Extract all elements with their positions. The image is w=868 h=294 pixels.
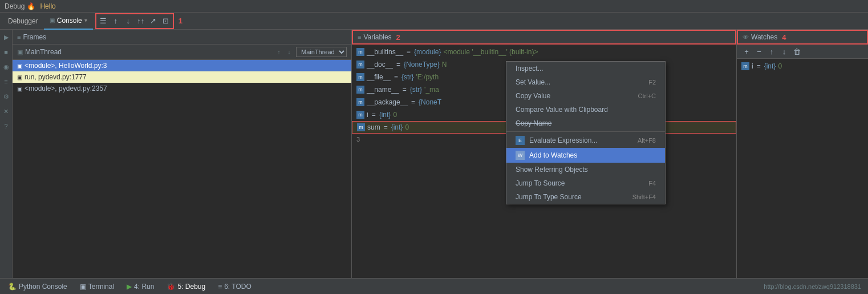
watch-up-btn[interactable]: ↑ bbox=[766, 46, 777, 57]
bottom-tab-todo[interactable]: ≡ 6: TODO bbox=[212, 279, 257, 295]
ctx-compare-clipboard[interactable]: Compare Value with Clipboard bbox=[506, 103, 665, 116]
side-force-run[interactable]: ✕ bbox=[1, 106, 11, 116]
bottom-tab-python-console[interactable]: 🐍 Python Console bbox=[2, 279, 73, 295]
frames-panel: ≡ Frames ▣ MainThread ↑ ↓ MainThread bbox=[13, 30, 352, 278]
side-resume[interactable]: ▶ bbox=[1, 32, 11, 42]
ctx-set-value[interactable]: Set Value... F2 bbox=[506, 75, 665, 89]
frame-item[interactable]: ▣ run, pydevd.py:1777 bbox=[13, 71, 351, 83]
tab-bar: Debugger ▣ Console ▾ ☰ ↑ ↓ ↑↑ ↗ ⊡ 1 bbox=[0, 13, 868, 30]
terminal-label: Terminal bbox=[88, 283, 114, 291]
python-console-label: Python Console bbox=[19, 283, 67, 291]
side-help[interactable]: ? bbox=[1, 121, 11, 131]
title-bar: Debug 🔥 Hello bbox=[0, 0, 868, 13]
side-stop[interactable]: ■ bbox=[1, 47, 11, 57]
status-url: http://blog.csdn.net/zwq912318831 bbox=[764, 283, 866, 290]
ctx-show-referring[interactable]: Show Referring Objects bbox=[506, 163, 665, 176]
watches-title: Watches bbox=[751, 33, 777, 41]
frame-normal-label: <module>, pydevd.py:2357 bbox=[25, 84, 107, 92]
bottom-tab-debug[interactable]: 🐞 5: Debug bbox=[161, 279, 211, 295]
thread-down[interactable]: ↓ bbox=[285, 47, 294, 57]
frames-title: Frames bbox=[23, 33, 46, 41]
debugger-label: Debugger bbox=[8, 17, 38, 25]
frame-active-icon: ▣ bbox=[17, 63, 22, 69]
ctx-jump-type-source[interactable]: Jump To Type Source Shift+F4 bbox=[506, 190, 665, 204]
watch-add-btn[interactable]: + bbox=[741, 46, 752, 57]
ctx-copy-value[interactable]: Copy Value Ctrl+C bbox=[506, 89, 665, 103]
title-debug: Debug bbox=[5, 2, 25, 10]
frame-secondary-icon: ▣ bbox=[17, 74, 22, 80]
content-area: ▶ ■ ◉ ≡ ⚙ ✕ ? ≡ Frames ▣ MainThread ↑ ↓ bbox=[0, 30, 868, 278]
title-hello: Hello bbox=[40, 2, 55, 10]
var-name: __builtins__ bbox=[367, 48, 403, 56]
variables-title: Variables bbox=[363, 33, 391, 41]
thread-dropdown[interactable]: MainThread bbox=[296, 47, 347, 57]
thread-up[interactable]: ↑ bbox=[274, 47, 283, 57]
tab-console[interactable]: ▣ Console ▾ bbox=[44, 13, 93, 30]
var-icon: m bbox=[356, 48, 364, 56]
toolbar-btn-step-over[interactable]: ↑ bbox=[110, 15, 121, 27]
thread-controls: ↑ ↓ bbox=[274, 47, 294, 57]
var-item[interactable]: m __builtins__ = {module} <module '__bui… bbox=[352, 46, 736, 58]
watch-item[interactable]: m i = {int} 0 bbox=[741, 61, 863, 71]
side-icons: ▶ ■ ◉ ≡ ⚙ ✕ ? bbox=[0, 30, 13, 278]
debug-label: 5: Debug bbox=[177, 283, 205, 291]
frame-item[interactable]: ▣ <module>, HelloWorld.py:3 bbox=[13, 60, 351, 71]
evaluate-icon: E bbox=[516, 136, 525, 145]
frame-active-label: <module>, HelloWorld.py:3 bbox=[25, 62, 107, 70]
vars-icon: ≡ bbox=[358, 34, 361, 41]
watches-content: m i = {int} 0 bbox=[737, 59, 868, 278]
python-console-icon: 🐍 bbox=[8, 283, 17, 291]
var-icon: m bbox=[356, 73, 364, 81]
watches-header: 👁 Watches 4 bbox=[737, 30, 868, 45]
toolbar-btn-run-to-cursor[interactable]: ↗ bbox=[148, 15, 159, 27]
toolbar-btn-frames[interactable]: ☰ bbox=[98, 15, 109, 27]
var-icon: m bbox=[356, 86, 364, 94]
toolbar-btn-settings[interactable]: ⊡ bbox=[160, 15, 172, 27]
var-icon: m bbox=[356, 61, 364, 69]
side-settings2[interactable]: ⚙ bbox=[1, 91, 11, 102]
frame-secondary-label: run, pydevd.py:1777 bbox=[25, 73, 87, 81]
side-show-frames[interactable]: ≡ bbox=[1, 76, 11, 87]
frames-content: ▣ MainThread ↑ ↓ MainThread ▣ <module>, … bbox=[13, 45, 351, 278]
frames-header: ≡ Frames bbox=[13, 30, 351, 45]
ctx-add-to-watches[interactable]: W Add to Watches bbox=[506, 148, 665, 163]
context-menu: Inspect... Set Value... F2 Copy Value Ct… bbox=[506, 61, 666, 204]
frame-item[interactable]: ▣ <module>, pydevd.py:2357 bbox=[13, 83, 351, 94]
var-icon: m bbox=[356, 98, 364, 106]
watch-remove-btn[interactable]: − bbox=[754, 46, 764, 57]
debug-toolbar: ☰ ↑ ↓ ↑↑ ↗ ⊡ bbox=[95, 13, 174, 29]
thread-bar: ▣ MainThread ↑ ↓ MainThread bbox=[13, 45, 351, 60]
terminal-icon: ▣ bbox=[80, 283, 86, 291]
add-watches-icon: W bbox=[516, 151, 525, 160]
run-label: 4: Run bbox=[134, 283, 154, 291]
watches-icon: 👁 bbox=[743, 34, 749, 41]
var-icon: m bbox=[356, 111, 364, 119]
frames-icon: ≡ bbox=[17, 34, 21, 41]
variables-badge: 2 bbox=[396, 33, 400, 42]
ctx-evaluate[interactable]: E Evaluate Expression... Alt+F8 bbox=[506, 133, 665, 148]
side-mute[interactable]: ◉ bbox=[1, 62, 11, 72]
var-icon: m bbox=[357, 123, 365, 131]
todo-label: 6: TODO bbox=[224, 283, 252, 291]
watches-panel: 👁 Watches 4 + − ↑ ↓ 🗑 m i = {int} 0 bbox=[737, 30, 868, 278]
bottom-tab-run[interactable]: ▶ 4: Run bbox=[121, 279, 160, 295]
watch-var-icon: m bbox=[741, 62, 749, 70]
watch-clear-btn[interactable]: 🗑 bbox=[792, 46, 802, 57]
todo-icon: ≡ bbox=[218, 283, 222, 291]
frame-list: ▣ <module>, HelloWorld.py:3 ▣ run, pydev… bbox=[13, 60, 351, 278]
run-icon: ▶ bbox=[127, 283, 132, 291]
bottom-tab-terminal[interactable]: ▣ Terminal bbox=[74, 279, 120, 295]
variables-header: ≡ Variables 2 bbox=[352, 30, 736, 45]
toolbar-btn-step-out[interactable]: ↑↑ bbox=[135, 15, 147, 27]
console-label: Console bbox=[57, 17, 82, 25]
tab-debugger[interactable]: Debugger bbox=[2, 13, 44, 30]
ctx-inspect[interactable]: Inspect... bbox=[506, 62, 665, 75]
title-separator: 🔥 bbox=[27, 2, 35, 10]
ctx-copy-name[interactable]: Copy Name bbox=[506, 116, 665, 130]
toolbar-btn-step-into[interactable]: ↓ bbox=[123, 15, 134, 27]
watches-badge: 4 bbox=[782, 33, 786, 42]
bottom-bar: 🐍 Python Console ▣ Terminal ▶ 4: Run 🐞 5… bbox=[0, 278, 868, 294]
ctx-jump-source[interactable]: Jump To Source F4 bbox=[506, 176, 665, 190]
watch-down-btn[interactable]: ↓ bbox=[779, 46, 789, 57]
debug-icon: 🐞 bbox=[167, 283, 175, 291]
